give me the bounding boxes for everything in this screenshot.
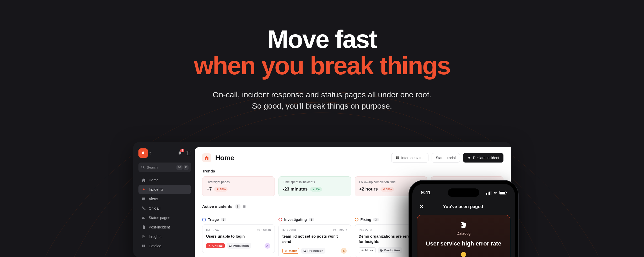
active-incidents-heading: Active incidents 8 ⊠ xyxy=(202,204,246,209)
search-input[interactable]: Search ⌘ K xyxy=(138,163,191,172)
notification-badge: 4 xyxy=(180,149,184,152)
clock-icon xyxy=(333,228,336,232)
wifi-icon xyxy=(493,191,498,195)
trend-delta: ↗ 18% xyxy=(214,187,228,192)
trend-delta: ↘ 9% xyxy=(310,187,322,192)
warning-icon xyxy=(461,252,466,257)
grid-icon xyxy=(395,156,399,160)
hero: Move fast when you break things On-call,… xyxy=(0,0,644,112)
sidebar: ▴▾ 4 Search ⌘ K xyxy=(138,147,195,257)
phone-notch xyxy=(448,188,479,197)
page-header: Home Internal status Start tutorial xyxy=(195,147,511,167)
hero-line2: when you break things xyxy=(194,52,450,80)
home-page-icon xyxy=(202,153,211,162)
sidebar-nav: Home Incidents Alerts On-call xyxy=(138,176,195,250)
severity-chip: Major xyxy=(282,248,299,254)
column-investigating: Investigating3 INC-27509m58s team_id not… xyxy=(278,215,351,257)
phone-mockup: 9:41 ✕ You've been paged Datadog User se… xyxy=(409,180,519,257)
sidebar-item-postincident[interactable]: Post-incident xyxy=(138,223,191,232)
phone-page-title: You've been paged xyxy=(418,204,508,209)
home-icon xyxy=(204,155,209,160)
incident-card[interactable]: INC-27509m58s team_id not set so posts w… xyxy=(278,224,351,257)
page-alert-card[interactable]: Datadog User service high error rate xyxy=(417,215,510,257)
search-placeholder: Search xyxy=(147,165,158,169)
collapse-sidebar-icon[interactable] xyxy=(186,151,191,155)
bars-icon xyxy=(285,249,288,252)
internal-status-button[interactable]: Internal status xyxy=(391,153,428,163)
app-logo[interactable] xyxy=(138,148,148,158)
env-chip: ◒ Production xyxy=(378,247,402,253)
bars-icon xyxy=(361,249,364,252)
env-chip: ◒ Production xyxy=(227,243,251,249)
sidebar-item-catalog[interactable]: Catalog xyxy=(138,242,191,250)
book-icon xyxy=(142,244,146,248)
sidebar-item-oncall[interactable]: On-call xyxy=(138,204,191,213)
start-tutorial-button[interactable]: Start tutorial xyxy=(432,153,460,163)
assignee-avatar[interactable]: A xyxy=(264,242,271,249)
trend-card[interactable]: Overnight pages +7 ↗ 18% xyxy=(202,176,275,196)
phone-time: 9:41 xyxy=(421,190,431,195)
chart-icon xyxy=(142,234,146,239)
search-icon xyxy=(141,165,145,169)
column-triage: Triage2 INC-27471h10m Users unable to lo… xyxy=(202,215,275,257)
sidebar-item-alerts[interactable]: Alerts xyxy=(138,194,191,203)
org-switcher-caret-icon[interactable]: ▴▾ xyxy=(149,151,151,155)
status-dot-icon xyxy=(278,218,282,221)
alert-message: User service high error rate xyxy=(422,240,505,247)
hero-line1: Move fast xyxy=(267,25,377,53)
clock-icon xyxy=(257,228,260,232)
sidebar-item-home[interactable]: Home xyxy=(138,176,191,185)
bars-icon xyxy=(208,244,211,247)
phone-icon xyxy=(142,206,146,210)
trend-delta: ↗ 32% xyxy=(380,187,394,192)
env-chip: ◒ Production xyxy=(301,248,325,254)
page-title: Home xyxy=(215,154,234,162)
trends-heading: Trends xyxy=(202,169,503,173)
search-shortcut: ⌘ K xyxy=(176,165,189,170)
assignee-avatar[interactable]: B xyxy=(340,247,347,254)
home-icon xyxy=(142,178,146,182)
datadog-icon xyxy=(459,221,468,229)
document-icon xyxy=(142,225,146,229)
notifications-button[interactable]: 4 xyxy=(178,150,182,156)
severity-chip: Critical xyxy=(206,243,225,248)
alert-icon xyxy=(142,197,146,201)
sidebar-item-statuspages[interactable]: Status pages xyxy=(138,213,191,222)
flame-icon xyxy=(142,187,146,192)
flame-icon xyxy=(467,156,471,160)
clear-filter-icon[interactable]: ⊠ xyxy=(243,205,246,208)
trend-card[interactable]: Time spent in incidents -23 minutes ↘ 9% xyxy=(278,176,351,196)
declare-incident-button[interactable]: Declare incident xyxy=(463,153,503,163)
severity-chip: Minor xyxy=(359,247,376,253)
alert-source: Datadog xyxy=(422,231,505,236)
status-dot-icon xyxy=(355,218,358,221)
signal-icon xyxy=(486,191,491,195)
bars-icon xyxy=(142,216,146,220)
hero-sub: On-call, incident response and status pa… xyxy=(0,89,644,112)
sidebar-item-incidents[interactable]: Incidents xyxy=(138,185,191,194)
sidebar-item-insights[interactable]: Insights xyxy=(138,232,191,241)
hero-headline: Move fast when you break things xyxy=(0,26,644,79)
status-dot-icon xyxy=(202,218,206,221)
flame-icon xyxy=(141,150,146,156)
incident-card[interactable]: INC-27471h10m Users unable to login Crit… xyxy=(202,224,275,253)
battery-icon xyxy=(499,191,506,194)
